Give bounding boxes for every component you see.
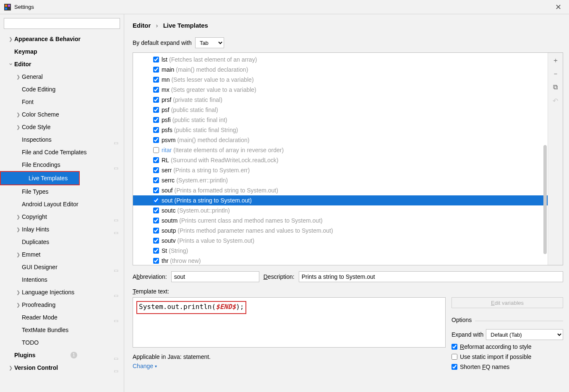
- sidebar-item-android-layout-editor[interactable]: ❯Android Layout Editor: [0, 198, 124, 210]
- template-row-soutp[interactable]: soutp (Prints method parameter names and…: [133, 226, 548, 236]
- template-row-sout[interactable]: sout (Prints a string to System.out): [133, 195, 548, 205]
- template-list[interactable]: lst (Fetches last element of an array)ma…: [133, 53, 548, 265]
- template-desc: (Prints current class and method names t…: [179, 217, 323, 224]
- template-checkbox[interactable]: [153, 127, 159, 133]
- abbreviation-input[interactable]: [171, 271, 259, 282]
- template-checkbox[interactable]: [153, 177, 159, 183]
- template-abbr: souf: [162, 187, 172, 194]
- sidebar-item-inlay-hints[interactable]: ❯Inlay Hints▭: [0, 223, 124, 236]
- sidebar-item-code-style[interactable]: ❯Code Style: [0, 121, 124, 133]
- template-row-soutv[interactable]: soutv (Prints a value to System.out): [133, 236, 548, 246]
- breadcrumb-a[interactable]: Editor: [133, 22, 151, 29]
- template-checkbox[interactable]: [153, 167, 159, 173]
- sidebar-item-editor[interactable]: ⌄Editor: [0, 58, 124, 70]
- template-checkbox[interactable]: [153, 228, 159, 234]
- sidebar-item-file-and-code-templates[interactable]: ❯File and Code Templates: [0, 146, 124, 158]
- static-import-check[interactable]: Use static import if possible: [452, 353, 563, 360]
- template-row-soutm[interactable]: soutm (Prints current class and method n…: [133, 215, 548, 226]
- template-row-prsf[interactable]: prsf (private static final): [133, 95, 548, 105]
- sidebar-item-file-types[interactable]: ❯File Types: [0, 185, 124, 198]
- change-link[interactable]: Change▾: [133, 363, 446, 369]
- template-checkbox[interactable]: [153, 248, 159, 254]
- template-row-souf[interactable]: souf (Prints a formatted string to Syste…: [133, 185, 548, 195]
- close-icon[interactable]: ✕: [552, 1, 565, 13]
- sidebar-item-live-templates[interactable]: ❯Live Templates: [1, 172, 79, 184]
- template-checkbox[interactable]: [153, 87, 159, 93]
- sidebar-item-code-editing[interactable]: ❯Code Editing: [0, 83, 124, 96]
- template-checkbox[interactable]: [153, 77, 159, 83]
- template-row-lst[interactable]: lst (Fetches last element of an array): [133, 55, 548, 65]
- sidebar-item-reader-mode[interactable]: ❯Reader Mode▭: [0, 311, 124, 324]
- template-row-psfi[interactable]: psfi (public static final int): [133, 115, 548, 125]
- template-row-St[interactable]: St (String): [133, 246, 548, 256]
- template-checkbox[interactable]: [153, 187, 159, 193]
- template-checkbox[interactable]: [153, 147, 159, 153]
- description-input[interactable]: [299, 271, 563, 282]
- sidebar-item-version-control[interactable]: ❯Version Control▭: [0, 361, 124, 374]
- sidebar-item-label: Duplicates: [22, 236, 49, 248]
- sidebar-item-color-scheme[interactable]: ❯Color Scheme: [0, 108, 124, 121]
- template-row-mn[interactable]: mn (Sets lesser value to a variable): [133, 75, 548, 85]
- shorten-checkbox[interactable]: [452, 364, 457, 370]
- default-expand-select[interactable]: Tab: [195, 37, 224, 48]
- sidebar-item-copyright[interactable]: ❯Copyright▭: [0, 210, 124, 223]
- template-checkbox[interactable]: [153, 137, 159, 143]
- undo-icon[interactable]: ↶: [551, 96, 561, 106]
- template-row-psfs[interactable]: psfs (public static final String): [133, 125, 548, 135]
- template-text-wrap: System.out.println($END$); Applicable in…: [133, 297, 446, 388]
- template-checkbox[interactable]: [153, 218, 159, 223]
- template-checkbox[interactable]: [153, 238, 159, 244]
- template-checkbox[interactable]: [153, 107, 159, 113]
- sidebar-item-proofreading[interactable]: ❯Proofreading: [0, 299, 124, 311]
- shorten-check[interactable]: Shorten FQ names: [452, 363, 563, 370]
- template-row-psvm[interactable]: psvm (main() method declaration): [133, 135, 548, 145]
- reformat-check[interactable]: Reformat according to style: [452, 343, 563, 350]
- sidebar-item-language-injections[interactable]: ❯Language Injections▭: [0, 286, 124, 299]
- template-row-main[interactable]: main (main() method declaration): [133, 65, 548, 75]
- search-input[interactable]: [4, 18, 120, 29]
- scrollbar[interactable]: [543, 145, 547, 254]
- reformat-checkbox[interactable]: [452, 344, 457, 350]
- template-row-mx[interactable]: mx (Sets greater value to a variable): [133, 85, 548, 95]
- sidebar-item-textmate-bundles[interactable]: ❯TextMate Bundles: [0, 324, 124, 336]
- svg-rect-3: [5, 8, 7, 10]
- copy-icon[interactable]: ⧉: [551, 82, 561, 92]
- template-checkbox[interactable]: [153, 97, 159, 103]
- settings-tree[interactable]: ❯Appearance & Behavior❯Keymap⌄Editor❯Gen…: [0, 33, 124, 392]
- remove-icon[interactable]: －: [551, 69, 561, 79]
- template-checkbox[interactable]: [153, 197, 159, 203]
- sidebar-item-intentions[interactable]: ❯Intentions: [0, 273, 124, 286]
- sidebar-item-plugins[interactable]: ❯Plugins1▭: [0, 349, 124, 361]
- template-desc: (Prints a string to System.out): [174, 197, 251, 204]
- template-row-soutc[interactable]: soutc (System.out::println): [133, 205, 548, 215]
- sidebar-item-appearance-behavior[interactable]: ❯Appearance & Behavior: [0, 33, 124, 45]
- sidebar-item-file-encodings[interactable]: ❯File Encodings▭: [0, 158, 124, 171]
- sidebar-item-label: Intentions: [22, 273, 47, 286]
- template-row-serr[interactable]: serr (Prints a string to System.err): [133, 165, 548, 175]
- template-checkbox[interactable]: [153, 67, 159, 73]
- template-row-psf[interactable]: psf (public static final): [133, 105, 548, 115]
- template-row-ritar[interactable]: ritar (Iterate elements of array in reve…: [133, 145, 548, 155]
- static-import-checkbox[interactable]: [452, 354, 457, 360]
- template-row-serrc[interactable]: serrc (System.err::println): [133, 175, 548, 185]
- template-checkbox[interactable]: [153, 57, 159, 62]
- template-text-editor[interactable]: System.out.println($END$);: [133, 297, 446, 348]
- template-checkbox[interactable]: [153, 208, 159, 213]
- template-checkbox[interactable]: [153, 258, 159, 264]
- template-checkbox[interactable]: [153, 117, 159, 123]
- sidebar-item-todo[interactable]: ❯TODO: [0, 336, 124, 349]
- sidebar-item-duplicates[interactable]: ❯Duplicates: [0, 236, 124, 248]
- sidebar-item-gui-designer[interactable]: ❯GUI Designer▭: [0, 261, 124, 273]
- template-abbr: St: [162, 247, 167, 254]
- template-row-thr[interactable]: thr (throw new): [133, 256, 548, 265]
- expand-with-select[interactable]: Default (Tab): [486, 329, 563, 340]
- add-icon[interactable]: ＋: [551, 55, 561, 65]
- sidebar-item-keymap[interactable]: ❯Keymap: [0, 45, 124, 58]
- sidebar-item-general[interactable]: ❯General: [0, 70, 124, 83]
- default-expand-label: By default expand with: [133, 39, 192, 46]
- sidebar-item-font[interactable]: ❯Font: [0, 96, 124, 108]
- sidebar-item-emmet[interactable]: ❯Emmet: [0, 248, 124, 261]
- sidebar-item-inspections[interactable]: ❯Inspections▭: [0, 133, 124, 146]
- template-checkbox[interactable]: [153, 157, 159, 163]
- template-row-RL[interactable]: RL (Surround with ReadWriteLock.readLock…: [133, 155, 548, 165]
